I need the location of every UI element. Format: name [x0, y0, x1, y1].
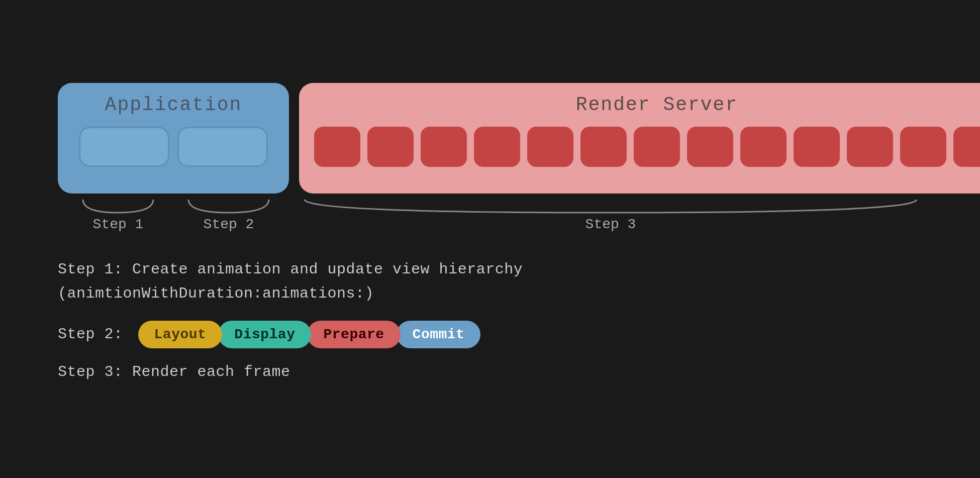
step1-description: Step 1: Create animation and update view… [58, 257, 922, 306]
step2-row: Step 2: Layout Display Prepare Commit [58, 321, 922, 348]
step2-brace-group: Step 2 [173, 199, 284, 232]
render-frame-11 [847, 127, 893, 167]
step2-brace-icon [183, 199, 274, 215]
badge-display: Display [218, 321, 311, 348]
render-frames [314, 127, 980, 167]
badge-prepare: Prepare [307, 321, 400, 348]
main-container: Application Render Server [38, 73, 942, 406]
render-frame-9 [740, 127, 787, 167]
render-server-title: Render Server [576, 94, 738, 116]
step3-description: Step 3: Render each frame [58, 363, 922, 380]
step1-label: Step 1 [93, 217, 144, 232]
step1-code: (animtionWithDuration:animations:) [58, 281, 922, 306]
step1-brace-icon [78, 199, 158, 215]
step2-prefix: Step 2: [58, 326, 123, 343]
step3-label: Step 3 [585, 217, 636, 232]
badge-layout: Layout [138, 321, 223, 348]
app-inner-box-2 [177, 127, 268, 167]
render-frame-8 [687, 127, 733, 167]
render-frame-10 [794, 127, 840, 167]
render-frame-1 [314, 127, 360, 167]
badge-row: Layout Display Prepare Commit [138, 321, 481, 348]
step3-brace-group: Step 3 [299, 199, 922, 232]
render-frame-7 [634, 127, 680, 167]
badge-commit: Commit [397, 321, 481, 348]
diagram-row: Application Render Server [58, 83, 922, 194]
step1-text: Step 1: Create animation and update view… [58, 257, 922, 281]
step1-brace-group: Step 1 [68, 199, 168, 232]
app-inner-boxes [67, 127, 280, 167]
step3-brace-icon [299, 199, 922, 215]
app-inner-box-1 [79, 127, 169, 167]
application-title: Application [105, 94, 242, 116]
render-server-box: Render Server [299, 83, 980, 194]
step3-text: Step 3: Render each frame [58, 363, 290, 380]
render-frame-12 [900, 127, 946, 167]
render-frame-4 [474, 127, 520, 167]
render-frame-3 [421, 127, 467, 167]
render-frame-2 [367, 127, 414, 167]
application-box: Application [58, 83, 289, 194]
render-frame-6 [580, 127, 627, 167]
step2-label: Step 2 [204, 217, 254, 232]
render-frame-13 [953, 127, 980, 167]
render-frame-5 [527, 127, 573, 167]
